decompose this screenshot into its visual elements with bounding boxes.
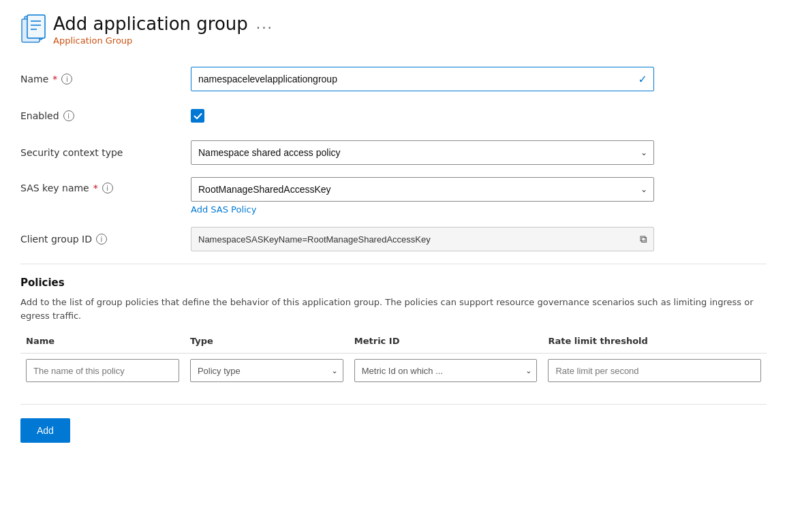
name-info-icon[interactable]: i bbox=[61, 74, 72, 84]
client-group-control: ⧉ bbox=[191, 227, 654, 251]
section-divider bbox=[20, 264, 767, 264]
enabled-info-icon[interactable]: i bbox=[63, 110, 74, 121]
policies-title: Policies bbox=[20, 277, 767, 289]
client-group-info-icon[interactable]: i bbox=[96, 234, 107, 245]
more-options-icon[interactable]: ... bbox=[256, 16, 273, 32]
app-group-icon bbox=[20, 14, 53, 46]
add-sas-policy-link[interactable]: Add SAS Policy bbox=[191, 204, 256, 215]
security-context-select-wrapper: Namespace shared access policy ⌄ bbox=[191, 140, 654, 165]
policy-rate-input[interactable] bbox=[548, 359, 761, 382]
copy-icon[interactable]: ⧉ bbox=[640, 233, 647, 245]
policies-section: Policies Add to the list of group polici… bbox=[20, 277, 767, 388]
name-label: Name * i bbox=[20, 74, 191, 84]
required-indicator: * bbox=[52, 74, 57, 84]
checkbox-check-icon bbox=[194, 112, 202, 121]
table-row: Policy type ⌄ Metric Id on which ... ⌄ bbox=[20, 354, 767, 388]
policies-table: Name Type Metric ID Rate limit threshold… bbox=[20, 336, 767, 388]
sas-required-indicator: * bbox=[93, 183, 98, 193]
bottom-divider bbox=[20, 404, 767, 405]
policy-metric-select-wrapper: Metric Id on which ... ⌄ bbox=[354, 359, 538, 382]
sas-key-label: SAS key name * i bbox=[20, 183, 191, 193]
client-group-input bbox=[191, 227, 654, 251]
sas-key-info-icon[interactable]: i bbox=[102, 183, 113, 193]
form-section: Name * i ✓ Enabled i bbox=[20, 67, 767, 251]
enabled-row: Enabled i bbox=[20, 104, 767, 128]
name-control: ✓ bbox=[191, 67, 654, 91]
sas-key-select-wrapper: RootManageSharedAccessKey ⌄ bbox=[191, 177, 654, 202]
footer: Add bbox=[20, 418, 767, 443]
sas-key-row: SAS key name * i RootManageSharedAccessK… bbox=[20, 177, 767, 215]
enabled-label: Enabled i bbox=[20, 110, 191, 121]
policy-rate-cell bbox=[542, 354, 767, 388]
policy-name-input[interactable] bbox=[26, 359, 179, 382]
enabled-checkbox[interactable] bbox=[191, 109, 204, 123]
sas-key-control: RootManageSharedAccessKey ⌄ Add SAS Poli… bbox=[191, 177, 654, 215]
policy-type-select-wrapper: Policy type ⌄ bbox=[190, 359, 343, 382]
sas-key-select[interactable]: RootManageSharedAccessKey bbox=[191, 177, 654, 202]
client-group-input-wrapper: ⧉ bbox=[191, 227, 654, 251]
page-title: Add application group ... bbox=[53, 14, 273, 34]
policy-type-cell: Policy type ⌄ bbox=[185, 354, 349, 388]
policy-name-cell bbox=[20, 354, 185, 388]
security-context-row: Security context type Namespace shared a… bbox=[20, 140, 767, 165]
enabled-control bbox=[191, 109, 654, 123]
add-button[interactable]: Add bbox=[20, 418, 70, 443]
client-group-row: Client group ID i ⧉ bbox=[20, 227, 767, 251]
name-row: Name * i ✓ bbox=[20, 67, 767, 91]
page-subtitle: Application Group bbox=[53, 35, 273, 46]
policy-metric-select[interactable]: Metric Id on which ... bbox=[354, 359, 538, 382]
col-header-type: Type bbox=[185, 336, 349, 354]
policy-metric-cell: Metric Id on which ... ⌄ bbox=[349, 354, 543, 388]
name-input[interactable] bbox=[191, 67, 654, 91]
col-header-metric: Metric ID bbox=[349, 336, 543, 354]
policies-description: Add to the list of group policies that d… bbox=[20, 296, 767, 322]
page-header: Add application group ... Application Gr… bbox=[20, 14, 767, 46]
name-input-wrapper: ✓ bbox=[191, 67, 654, 91]
client-group-label: Client group ID i bbox=[20, 234, 191, 245]
input-valid-icon: ✓ bbox=[638, 73, 647, 86]
security-context-control: Namespace shared access policy ⌄ bbox=[191, 140, 654, 165]
security-context-select[interactable]: Namespace shared access policy bbox=[191, 140, 654, 165]
col-header-rate: Rate limit threshold bbox=[542, 336, 767, 354]
security-context-label: Security context type bbox=[20, 147, 191, 158]
policy-type-select[interactable]: Policy type bbox=[190, 359, 343, 382]
policies-table-header-row: Name Type Metric ID Rate limit threshold bbox=[20, 336, 767, 354]
svg-rect-2 bbox=[27, 15, 45, 38]
col-header-name: Name bbox=[20, 336, 185, 354]
